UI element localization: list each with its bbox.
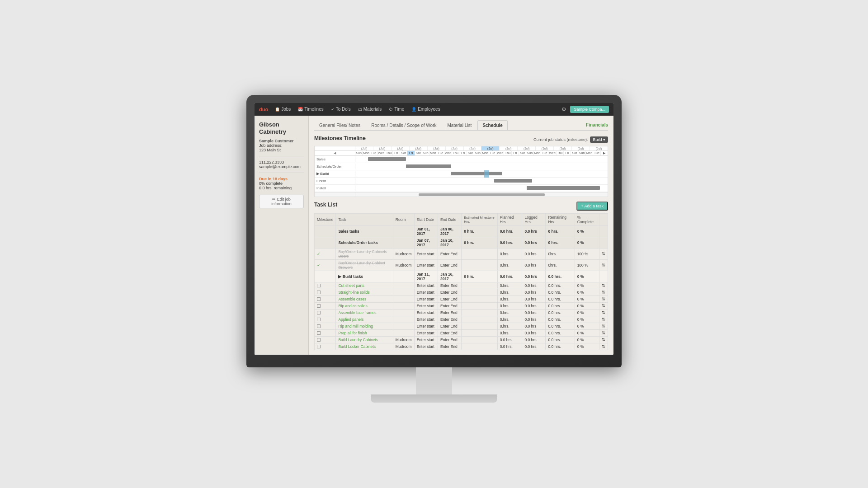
settings-icon[interactable]: ⚙ [561, 106, 566, 113]
add-task-button[interactable]: + Add a task [576, 202, 608, 211]
task-link[interactable]: Build Laundry Cabinets [338, 338, 378, 342]
remaining-cell: 0.0 hrs. [546, 302, 575, 309]
gantt-highlight-build [484, 170, 489, 178]
checkbox-icon[interactable] [317, 331, 321, 335]
task-cell: Buy/Order Laundry Cabinet Drawers [336, 259, 393, 271]
task-link[interactable]: Prep all for finish [338, 331, 367, 335]
pct-cell: 100 % [575, 248, 599, 259]
actions-cell[interactable]: ⇅ [599, 296, 608, 302]
edit-job-button[interactable]: ✏ Edit job information [259, 195, 304, 208]
actions-cell-2[interactable]: ⇅ [599, 259, 608, 271]
financials-link[interactable]: Financials [586, 122, 608, 127]
checkbox-icon[interactable] [317, 345, 321, 348]
end-cell: Enter End [438, 296, 461, 302]
est-cell [462, 323, 497, 329]
sidebar-divider-2 [259, 173, 304, 173]
actions-cell[interactable]: ⇅ [599, 316, 608, 323]
est-cell: 0 hrs. [462, 271, 497, 282]
company-button[interactable]: Sample Compa... [570, 106, 609, 113]
nav-item-timelines[interactable]: 📅 Timelines [295, 105, 326, 113]
planned-cell: 0.hrs. [497, 282, 522, 289]
checkbox-icon[interactable] [317, 311, 321, 314]
monitor-bezel: duo 📋 Jobs 📅 Timelines ✓ To Do's 🗂 Mater… [246, 95, 622, 367]
nav-item-materials[interactable]: 🗂 Materials [355, 105, 385, 113]
nav-item-jobs[interactable]: 📋 Jobs [272, 105, 294, 113]
pct-cell: 0 % [575, 271, 599, 282]
logged-cell: 0.0 hrs [522, 259, 546, 271]
task-link[interactable]: Straight-line solids [338, 290, 369, 295]
tab-general-files[interactable]: General Files/ Notes [314, 120, 365, 130]
checkbox-icon[interactable] [317, 297, 321, 301]
todos-icon: ✓ [331, 107, 335, 112]
task-link[interactable]: Rip and mill molding [338, 324, 373, 328]
gantt-scrollbar-thumb[interactable] [419, 193, 545, 196]
checkbox-icon[interactable] [317, 304, 321, 308]
remaining-cell: 0.0 hrs. [546, 323, 575, 329]
nav-label-jobs: Jobs [281, 107, 291, 112]
pct-cell: 0 % [575, 302, 599, 309]
planned-cell: 0.hrs. [497, 248, 522, 259]
actions-cell [599, 237, 608, 248]
gantt-nav-left[interactable]: ◀ [334, 151, 336, 155]
nav-item-employees[interactable]: 👤 Employees [408, 105, 443, 113]
room-cell [393, 289, 414, 296]
actions-cell[interactable]: ⇅ [599, 323, 608, 329]
task-link[interactable]: Build Locker Cabinets [338, 344, 376, 349]
table-row: ✓ Buy/Order Laundry Cabinets Doors Mudro… [315, 248, 608, 259]
actions-cell[interactable]: ⇅ [599, 248, 608, 259]
pct-cell: 0 % [575, 329, 599, 336]
planned-cell: 0.0 hrs. [497, 237, 522, 248]
task-cell: Build Locker Cabinets [336, 343, 393, 350]
task-label-done[interactable]: Buy/Order Laundry Cabinets Doors [338, 249, 387, 258]
jobs-icon: 📋 [275, 107, 280, 112]
actions-cell[interactable]: ⇅ [599, 336, 608, 343]
actions-cell[interactable]: ⇅ [599, 329, 608, 336]
table-row: Prep all for finish Enter start Enter En… [315, 329, 608, 336]
nav-right: ⚙ Sample Compa... [561, 106, 609, 113]
task-cell: Cut sheet parts [336, 282, 393, 289]
planned-cell: 0.hrs. [497, 309, 522, 316]
gantt-nav-right[interactable]: ▶ [603, 151, 605, 155]
task-list-header: Task List + Add a task [314, 202, 608, 211]
nav-item-todos[interactable]: ✓ To Do's [328, 105, 354, 113]
checkbox-icon[interactable] [317, 324, 321, 328]
actions-cell[interactable]: ⇅ [599, 302, 608, 309]
actions-cell[interactable]: ⇅ [599, 343, 608, 350]
room-cell [393, 309, 414, 316]
timeline-title: Milestones Timeline [314, 135, 366, 141]
logged-cell: 0.0 hrs [522, 309, 546, 316]
nav-label-time: Time [394, 107, 404, 112]
actions-cell[interactable]: ⇅ [599, 282, 608, 289]
nav-item-time[interactable]: ⏱ Time [386, 105, 407, 113]
tab-material-list[interactable]: Material List [442, 120, 476, 130]
checkbox-icon[interactable] [317, 284, 321, 287]
checkbox-icon[interactable] [317, 318, 321, 321]
pct-cell: 0 % [575, 336, 599, 343]
pct-cell: 0 % [575, 225, 599, 237]
milestone-cell [315, 282, 336, 289]
start-cell: Enter start [414, 289, 438, 296]
room-cell [393, 316, 414, 323]
end-cell: Enter End [438, 343, 461, 350]
tab-rooms[interactable]: Rooms / Details / Scope of Work [366, 120, 441, 130]
actions-cell [599, 225, 608, 237]
milestone-cell [315, 316, 336, 323]
task-link[interactable]: Assemble cases [338, 297, 366, 301]
checkbox-icon[interactable] [317, 338, 321, 342]
checkbox-icon[interactable] [317, 291, 321, 294]
task-cell: Schedule/Order tasks [336, 237, 393, 248]
task-link[interactable]: Applied panels [338, 317, 363, 322]
status-dropdown[interactable]: Build ▾ [590, 136, 608, 143]
col-start: Start Date [414, 213, 438, 225]
task-link[interactable]: Assemble face frames [338, 310, 376, 315]
task-label-done-2[interactable]: Buy/Order Laundry Cabinet Drawers [338, 261, 385, 270]
actions-cell[interactable]: ⇅ [599, 309, 608, 316]
task-link[interactable]: Cut sheet parts [338, 283, 364, 288]
due-days: Due in 18 days [259, 177, 304, 181]
room-cell [393, 323, 414, 329]
end-cell: Jan 06, 2017 [438, 225, 461, 237]
task-link[interactable]: Rip and cc solids [338, 304, 367, 308]
tab-schedule[interactable]: Schedule [477, 120, 507, 130]
actions-cell[interactable]: ⇅ [599, 289, 608, 296]
room-cell [393, 296, 414, 302]
